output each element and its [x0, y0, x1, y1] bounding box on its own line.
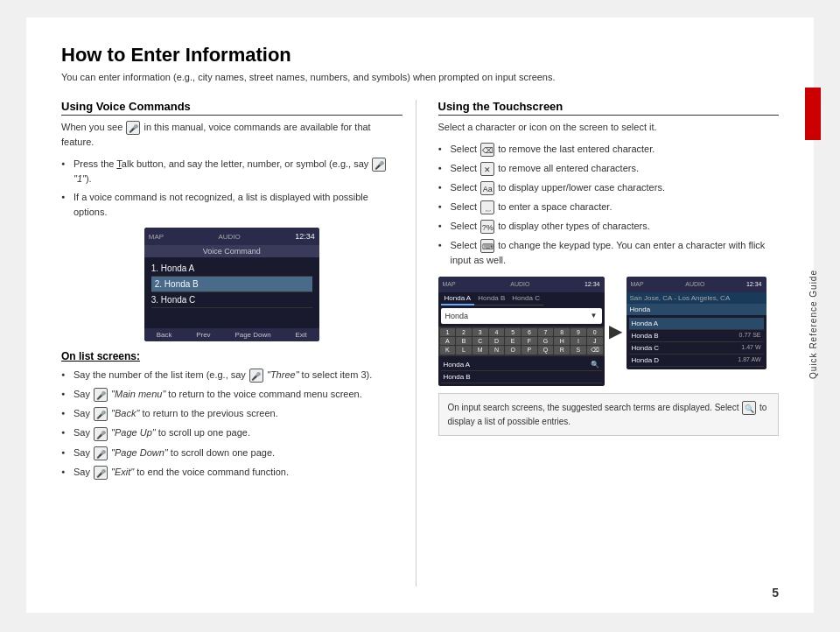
key-m[interactable]: M	[472, 346, 488, 355]
left-section-title: Using Voice Commands	[61, 100, 402, 116]
ss-location: San Jose, CA - Los Angeles, CA	[626, 292, 766, 304]
key-p[interactable]: P	[522, 346, 537, 355]
case-icon: Aa	[480, 181, 494, 195]
key-4[interactable]: 4	[489, 328, 505, 336]
clear-icon: ✕	[480, 162, 494, 176]
left-column: Using Voice Commands When you see 🎤 in t…	[61, 100, 416, 586]
vs-header: MAP AUDIO 12:34	[144, 228, 319, 245]
ts-bullet-6: Select ⌨ to change the keypad type. You …	[438, 238, 780, 268]
key-0[interactable]: 0	[587, 328, 603, 336]
ss-result-r-c: Honda C1.47 W	[629, 342, 764, 355]
page-container: Quick Reference Guide How to Enter Infor…	[26, 18, 814, 613]
space-icon: ⎵	[480, 200, 494, 214]
page-number: 5	[772, 586, 779, 600]
key-e[interactable]: E	[505, 337, 521, 345]
search-screenshots: MAP AUDIO 12:34 Honda A Honda B Honda C …	[438, 277, 780, 386]
key-n[interactable]: N	[489, 346, 505, 355]
caption-box: On input search screens, the suggested s…	[438, 393, 780, 436]
side-label-container: Quick Reference Guide	[805, 70, 821, 578]
key-del[interactable]: ⌫	[587, 346, 603, 355]
say-icon-6: 🎤	[94, 446, 108, 460]
key-j[interactable]: J	[587, 337, 603, 345]
vs-voice-command-label: Voice Command	[144, 245, 319, 257]
key-9[interactable]: 9	[570, 328, 586, 336]
on-list-bullets: Say the number of the list item (e.g., s…	[61, 368, 402, 480]
caption-text: On input search screens, the suggested s…	[448, 403, 767, 426]
ss-results-left: Honda A🔍 Honda B	[438, 356, 605, 386]
keyboard-screenshot: MAP AUDIO 12:34 Honda A Honda B Honda C …	[438, 277, 605, 386]
ss-result-r-b: Honda B0.77 SE	[629, 330, 764, 342]
vs-item-3: 3. Honda C	[151, 292, 312, 308]
say-icon-2: 🎤	[249, 369, 263, 383]
vs-map-label: MAP	[149, 233, 164, 241]
key-f[interactable]: F	[522, 337, 537, 345]
key-i[interactable]: I	[570, 337, 586, 345]
content-columns: Using Voice Commands When you see 🎤 in t…	[61, 100, 779, 586]
ss-tab-1: Honda A	[441, 292, 475, 305]
list-bullet-5: Say 🎤 "Page Down" to scroll down one pag…	[61, 446, 402, 460]
ss-nav-tabs: Honda A Honda B Honda C	[438, 292, 605, 305]
ss-map-label-r: MAP	[631, 281, 644, 287]
side-label-text: Quick Reference Guide	[808, 270, 818, 379]
ts-bullet-2: Select ✕ to remove all entered character…	[438, 161, 780, 176]
ss-audio-label-r: AUDIO	[685, 281, 704, 287]
list-bullet-2: Say 🎤 "Main menu" to return to the voice…	[61, 387, 402, 402]
say-icon-1: 🎤	[372, 158, 386, 172]
ts-bullet-5: Select ?% to display other types of char…	[438, 219, 780, 234]
key-l[interactable]: L	[456, 346, 472, 355]
ss-audio-label: AUDIO	[510, 281, 529, 287]
vs-footer: Back Prev Page Down Exit	[144, 328, 319, 341]
key-2[interactable]: 2	[456, 328, 472, 336]
key-5[interactable]: 5	[505, 328, 521, 336]
ss-map-label: MAP	[443, 281, 456, 287]
key-a[interactable]: A	[440, 337, 456, 345]
voice-icon: 🎤	[126, 121, 140, 135]
key-3[interactable]: 3	[472, 328, 488, 336]
key-q[interactable]: Q	[538, 346, 554, 355]
say-icon-4: 🎤	[94, 407, 108, 421]
list-bullet-4: Say 🎤 "Page Up" to scroll up one page.	[61, 425, 402, 440]
key-6[interactable]: 6	[522, 328, 537, 336]
key-c[interactable]: C	[472, 337, 488, 345]
left-section-desc: When you see 🎤 in this manual, voice com…	[61, 120, 402, 150]
say-icon-3: 🎤	[94, 388, 108, 402]
ss-search-bar: Honda ▼	[441, 308, 602, 324]
ts-bullet-1: Select ⌫ to remove the last entered char…	[438, 142, 780, 157]
say-icon-7: 🎤	[94, 466, 108, 480]
ss-header-left: MAP AUDIO 12:34	[438, 277, 605, 292]
key-d[interactable]: D	[489, 337, 505, 345]
ss-tab-2: Honda B	[474, 292, 508, 305]
caption-icon: 🔍	[742, 401, 756, 415]
key-s[interactable]: S	[570, 346, 586, 355]
right-section-desc: Select a character or icon on the screen…	[438, 120, 780, 135]
right-column: Using the Touchscreen Select a character…	[434, 100, 780, 586]
right-section-title: Using the Touchscreen	[438, 100, 780, 116]
key-g[interactable]: G	[538, 337, 554, 345]
left-bullet-1: Press the Talk button, and say the lette…	[61, 157, 402, 186]
key-7[interactable]: 7	[538, 328, 554, 336]
key-1[interactable]: 1	[440, 328, 456, 336]
ss-search-text: Honda	[445, 312, 591, 320]
ss-result-b: Honda B	[441, 371, 602, 383]
vs-pagedown-btn: Page Down	[234, 331, 270, 339]
key-o[interactable]: O	[505, 346, 521, 355]
ss-search-term: Honda	[626, 304, 766, 315]
key-r[interactable]: R	[554, 346, 570, 355]
on-list-title: On list screens:	[61, 350, 402, 362]
key-k[interactable]: K	[440, 346, 456, 355]
key-b[interactable]: B	[456, 337, 472, 345]
list-bullet-3: Say 🎤 "Back" to return to the previous s…	[61, 406, 402, 421]
page-title: How to Enter Information	[61, 44, 779, 67]
ts-bullet-4: Select ⎵ to enter a space character.	[438, 200, 780, 214]
page-subtitle: You can enter information (e.g., city na…	[61, 72, 779, 82]
symbols-icon: ?%	[480, 220, 494, 234]
vs-prev-btn: Prev	[196, 331, 210, 339]
voice-command-screenshot: MAP AUDIO 12:34 Voice Command 1. Honda A…	[144, 228, 319, 341]
key-8[interactable]: 8	[554, 328, 570, 336]
ss-result-r-a: Honda A	[629, 318, 764, 330]
vs-item-1: 1. Honda A	[151, 261, 312, 277]
vs-exit-btn: Exit	[295, 331, 306, 339]
vs-back-btn: Back	[157, 331, 172, 339]
key-h[interactable]: H	[554, 337, 570, 345]
backspace-icon: ⌫	[480, 143, 494, 157]
